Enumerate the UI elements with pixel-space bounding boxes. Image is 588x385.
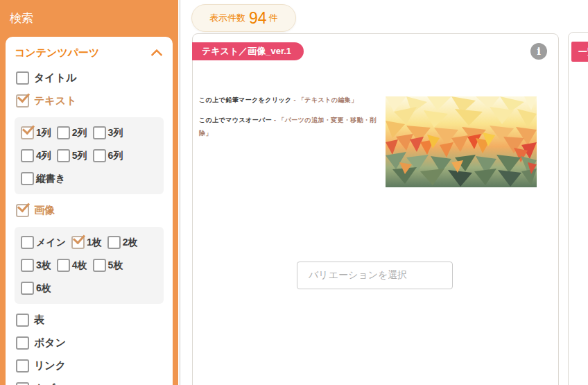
filter-option-label: 2列 bbox=[72, 127, 87, 139]
filter-option-label: 4枚 bbox=[72, 259, 87, 272]
checkbox-icon bbox=[57, 259, 70, 272]
part-name-tag: 一覧 bbox=[571, 42, 588, 62]
checkbox-icon bbox=[107, 236, 121, 249]
part-instructions: この上で鉛筆マークをクリック - 「テキストの編集」 この上でマウスオーバー -… bbox=[199, 94, 381, 140]
filter-option[interactable]: 3列 bbox=[93, 126, 123, 139]
filter-image[interactable]: 画像 bbox=[16, 204, 162, 217]
filter-option-label: 3列 bbox=[108, 127, 123, 139]
filter-row[interactable]: 表 bbox=[16, 314, 162, 327]
filter-option-label: 2枚 bbox=[123, 237, 138, 249]
checkbox-icon bbox=[93, 259, 106, 272]
filter-row[interactable]: タブ bbox=[16, 382, 162, 385]
checkbox-icon bbox=[16, 382, 29, 385]
checkbox-icon bbox=[57, 126, 70, 139]
variation-select[interactable]: バリエーションを選択 bbox=[297, 262, 453, 289]
count-value: 94 bbox=[249, 9, 267, 28]
instruction-rest: - 「テキストの編集」 bbox=[292, 96, 358, 103]
filter-option[interactable]: 3枚 bbox=[21, 259, 51, 272]
checkbox-icon bbox=[71, 236, 85, 249]
filter-row[interactable]: リンク bbox=[16, 359, 162, 373]
filter-option-label: 1枚 bbox=[87, 237, 102, 249]
filter-option-label: 4列 bbox=[36, 150, 51, 162]
filter-option[interactable]: 2列 bbox=[57, 126, 87, 139]
search-sidebar: 検索 コンテンツパーツ タイトル テキスト 1列 bbox=[0, 0, 178, 385]
checkbox-icon bbox=[93, 149, 106, 162]
panel-content-parts: コンテンツパーツ タイトル テキスト 1列 bbox=[6, 37, 173, 385]
section-title: コンテンツパーツ bbox=[15, 46, 99, 60]
chevron-up-icon bbox=[151, 49, 163, 61]
filter-option[interactable]: 5列 bbox=[57, 149, 87, 162]
checkbox-icon bbox=[93, 126, 106, 139]
filter-option-label: 縦書き bbox=[36, 173, 65, 185]
filter-label: 画像 bbox=[34, 204, 55, 217]
filter-text[interactable]: テキスト bbox=[16, 94, 162, 108]
part-card: テキスト／画像_ver.1 i この上で鉛筆マークをクリック - 「テキストの編… bbox=[192, 33, 559, 385]
filter-label: ボタン bbox=[34, 336, 66, 350]
instruction-lead: この上で鉛筆マークをクリック bbox=[199, 96, 292, 103]
filter-option-label: 5列 bbox=[72, 150, 87, 162]
filter-option[interactable]: 1列 bbox=[21, 126, 51, 139]
filter-option[interactable]: 4枚 bbox=[57, 259, 87, 272]
filter-option[interactable]: 1枚 bbox=[71, 236, 102, 249]
checkbox-icon bbox=[16, 71, 29, 85]
filter-option[interactable]: 2枚 bbox=[107, 236, 138, 249]
part-name-tag: テキスト／画像_ver.1 bbox=[192, 42, 304, 60]
sidebar-divider bbox=[180, 0, 180, 385]
flower-low-poly-image bbox=[386, 96, 537, 187]
filter-label: タブ bbox=[34, 382, 55, 385]
checkbox-icon bbox=[21, 259, 34, 272]
text-column-options: 1列 2列 3列 4列 bbox=[15, 117, 164, 194]
filter-title[interactable]: タイトル bbox=[16, 71, 162, 85]
instruction-lead: この上でマウスオーバー bbox=[199, 117, 272, 123]
checkbox-icon bbox=[57, 149, 70, 162]
filter-option[interactable]: 6枚 bbox=[21, 282, 51, 295]
filter-option-label: 6枚 bbox=[36, 282, 51, 295]
checkbox-icon bbox=[16, 204, 29, 217]
filter-option[interactable]: 5枚 bbox=[93, 259, 123, 272]
checkbox-icon bbox=[21, 149, 34, 162]
count-label: 表示件数 bbox=[209, 12, 245, 24]
filter-option-label: 3枚 bbox=[36, 259, 51, 272]
filter-label: リンク bbox=[34, 359, 66, 373]
section-header-content-parts[interactable]: コンテンツパーツ bbox=[15, 44, 164, 62]
checkbox-icon bbox=[16, 314, 29, 327]
filter-option-label: 6列 bbox=[108, 150, 123, 162]
info-icon[interactable]: i bbox=[530, 43, 547, 60]
filter-label: 表 bbox=[34, 314, 44, 327]
filter-option[interactable]: 縦書き bbox=[21, 172, 65, 185]
next-part-card: 一覧 bbox=[568, 32, 588, 385]
checkbox-icon bbox=[21, 236, 34, 249]
instruction-line: この上で鉛筆マークをクリック - 「テキストの編集」 bbox=[199, 94, 381, 107]
checkbox-icon bbox=[21, 172, 34, 185]
filter-option-label: 5枚 bbox=[108, 259, 123, 272]
sidebar-title: 検索 bbox=[0, 0, 178, 37]
filter-option-label: 1列 bbox=[36, 127, 51, 139]
result-count-badge: 表示件数 94 件 bbox=[191, 4, 296, 32]
count-unit: 件 bbox=[269, 12, 278, 24]
checkbox-icon bbox=[16, 94, 29, 108]
filter-option[interactable]: 4列 bbox=[21, 149, 51, 162]
checkbox-icon bbox=[21, 282, 34, 295]
app-window: 検索 コンテンツパーツ タイトル テキスト 1列 bbox=[0, 0, 588, 385]
image-count-options: メイン 1枚 2枚 3枚 bbox=[15, 227, 164, 304]
checkbox-icon bbox=[16, 336, 29, 350]
instruction-line: この上でマウスオーバー - 「パーツの追加・変更・移動・削除」 bbox=[199, 114, 381, 140]
filter-row[interactable]: ボタン bbox=[16, 336, 162, 350]
filter-label: タイトル bbox=[34, 71, 76, 85]
checkbox-icon bbox=[16, 359, 29, 373]
filter-option[interactable]: 6列 bbox=[93, 149, 123, 162]
filter-option[interactable]: メイン bbox=[21, 236, 66, 249]
other-filters: 表 ボタン リンク タブ bbox=[15, 314, 164, 385]
checkbox-icon bbox=[21, 126, 34, 139]
filter-option-label: メイン bbox=[36, 237, 66, 249]
filter-label: テキスト bbox=[34, 94, 76, 108]
